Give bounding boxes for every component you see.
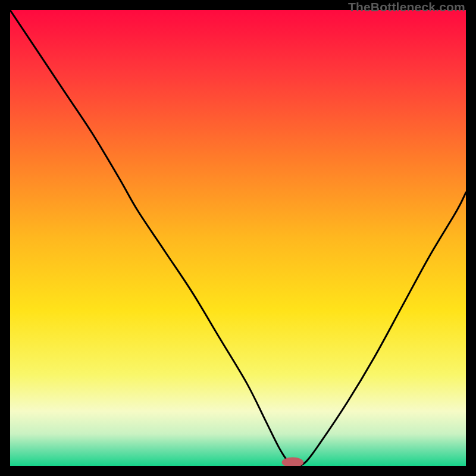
watermark-text: TheBottleneck.com bbox=[348, 0, 465, 14]
plot-area bbox=[10, 10, 466, 466]
chart-stage: TheBottleneck.com bbox=[0, 0, 476, 476]
chart-svg bbox=[10, 10, 466, 466]
gradient-background bbox=[10, 10, 466, 466]
